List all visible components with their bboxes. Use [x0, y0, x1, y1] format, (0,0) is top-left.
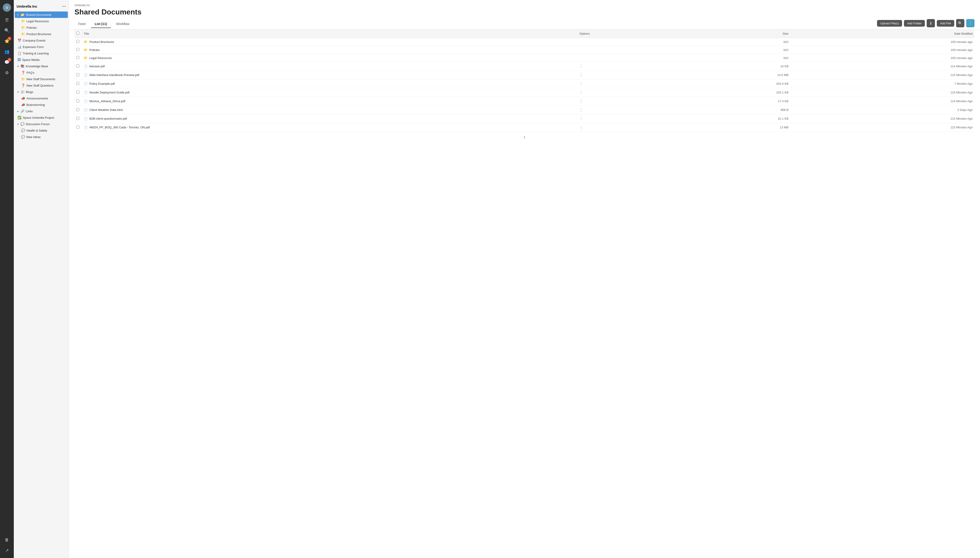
- row-checkbox[interactable]: [76, 126, 79, 129]
- trash-button[interactable]: 🗑: [2, 535, 12, 545]
- row-checkbox[interactable]: [76, 82, 79, 85]
- options-dots-button[interactable]: ⋮: [580, 125, 583, 129]
- more-options-button[interactable]: ⋮: [966, 19, 975, 27]
- size-column-header: Size: [677, 30, 791, 38]
- search-button[interactable]: 🔍: [2, 26, 12, 35]
- folder-icon: 📁: [84, 48, 87, 52]
- favorites-button[interactable]: ⭐ 0: [2, 36, 12, 46]
- sidebar-item-links[interactable]: ▸ 🔗 Links: [15, 108, 68, 114]
- file-name-cell[interactable]: 📄Policy Example.pdf: [82, 79, 578, 88]
- options-dots-button[interactable]: ⋮: [580, 82, 583, 85]
- options-dots-button[interactable]: ⋮: [580, 117, 583, 121]
- file-name-cell[interactable]: 📁Legal Resources: [82, 54, 578, 62]
- chevron-right-icon: ▸: [18, 110, 19, 113]
- ideas-icon: 💬: [21, 135, 25, 139]
- sidebar-item-label: Links: [26, 110, 33, 113]
- sidebar-item-announcements[interactable]: 📣 Announcements: [15, 95, 68, 102]
- sidebar-item-expenses-form[interactable]: 📊 Expenses Form: [15, 44, 68, 50]
- row-checkbox[interactable]: [76, 117, 79, 120]
- sidebar-item-health-safety[interactable]: 💬 Health & Safety: [15, 127, 68, 134]
- file-name-text: Monica_Adriana_Dinca.pdf: [89, 99, 125, 103]
- sidebar-item-space-umbrella-project[interactable]: ✅ Space Umbrella Project: [15, 114, 68, 121]
- file-name-cell[interactable]: 📄46024_FP_BOQ_360 Cada - Toronto, ON.pdf: [82, 123, 578, 132]
- tab-feed[interactable]: Feed: [74, 20, 89, 28]
- options-dots-button[interactable]: ⋮: [580, 73, 583, 77]
- sidebar-item-brainstorming[interactable]: 📣 Brainstorming: [15, 102, 68, 108]
- file-name-cell[interactable]: 📄beicase.pdf: [82, 62, 578, 71]
- file-name-cell[interactable]: 📄Monica_Adriana_Dinca.pdf: [82, 97, 578, 106]
- comments-button[interactable]: 💬 0: [2, 57, 12, 67]
- info-button[interactable]: ℹ: [927, 19, 935, 27]
- sidebar-item-product-brochures[interactable]: 📁 Product Brochures: [15, 31, 68, 37]
- file-name-cell[interactable]: 📄Client Weather Data.html: [82, 106, 578, 114]
- sidebar-item-label: New Staff Documents: [26, 77, 55, 81]
- file-name-cell[interactable]: 📁Policies: [82, 46, 578, 54]
- pagination: 1: [74, 132, 975, 143]
- tab-workflow[interactable]: Workflow: [113, 20, 133, 28]
- row-checkbox[interactable]: [76, 64, 79, 67]
- row-checkbox[interactable]: [76, 91, 79, 94]
- sidebar-item-legal-resources[interactable]: 📁 Legal Resources: [15, 18, 68, 25]
- row-checkbox-cell: [74, 88, 82, 97]
- file-name-cell[interactable]: 📄Web-Interface-Handbook-Preview.pdf: [82, 71, 578, 79]
- file-table: Title Options Size Date Modified 📁Produc…: [74, 30, 975, 132]
- sidebar-item-shared-documents[interactable]: ▾ 📁 Shared Documents: [15, 11, 68, 18]
- sidebar-item-new-ideas[interactable]: 💬 New Ideas: [15, 134, 68, 140]
- row-checkbox[interactable]: [76, 40, 79, 43]
- sidebar-item-label: Knowledge Base: [26, 64, 48, 68]
- options-cell: ⋮: [578, 106, 677, 114]
- sidebar-item-new-staff-documents[interactable]: 📁 New Staff Documents: [15, 76, 68, 82]
- table-row: 📄B2B-client-questionnaire.pdf⋮31.1 KB115…: [74, 114, 975, 123]
- add-file-button[interactable]: Add File: [937, 20, 954, 27]
- sidebar-item-policies[interactable]: 📁 Policies: [15, 25, 68, 31]
- search-toolbar-button[interactable]: 🔍: [956, 19, 964, 27]
- media-icon: 🖼: [18, 58, 21, 62]
- sidebar-item-knowledge-base[interactable]: ▾ 📚 Knowledge Base: [15, 63, 68, 69]
- select-all-header[interactable]: [74, 30, 82, 38]
- options-dots-button[interactable]: ⋮: [580, 108, 583, 112]
- sidebar-item-training-learning[interactable]: 📋 Training & Learning: [15, 50, 68, 56]
- file-date-cell: 115 Minutes Ago: [791, 114, 975, 123]
- row-checkbox[interactable]: [76, 73, 79, 76]
- table-row: 📄Client Weather Data.html⋮808 B2 Days Ag…: [74, 106, 975, 114]
- file-name-cell[interactable]: 📄Noodle Deployment Guide.pdf: [82, 88, 578, 97]
- people-icon: 👥: [4, 49, 10, 54]
- logout-button[interactable]: ↗: [2, 546, 12, 555]
- upload-files-button[interactable]: Upload File(s): [877, 20, 902, 27]
- sidebar-item-discussion-forum[interactable]: ▾ 💬 Discussion Forum: [15, 121, 68, 127]
- sidebar-item-company-events[interactable]: 📅 Company Events: [15, 37, 68, 44]
- people-button[interactable]: 👥: [2, 47, 12, 56]
- avatar[interactable]: U: [2, 3, 12, 12]
- tab-list[interactable]: List (11): [91, 20, 111, 28]
- file-date-cell: 109 minutes ago: [791, 38, 975, 46]
- options-dots-button[interactable]: ⋮: [580, 64, 583, 68]
- add-folder-button[interactable]: Add Folder: [904, 20, 925, 27]
- search-icon: 🔍: [4, 28, 10, 33]
- file-name-cell[interactable]: 📁Product Brochures: [82, 38, 578, 46]
- file-size-cell: 105.1 KB: [677, 88, 791, 97]
- chevron-down-icon: ▾: [18, 65, 19, 67]
- sidebar-more-options[interactable]: ⋯: [62, 4, 66, 9]
- options-cell: ⋮: [578, 71, 677, 79]
- sidebar-item-faqs[interactable]: ❓ FAQ's: [15, 69, 68, 76]
- forum-icon: 💬: [20, 122, 25, 126]
- folder-icon: 📁: [21, 26, 25, 30]
- sidebar-item-new-staff-questions[interactable]: ❓ New Staff Questions: [15, 82, 68, 89]
- faq-icon: ❓: [21, 84, 25, 87]
- sidebar-item-blogs[interactable]: ▾ 📰 Blogs: [15, 89, 68, 95]
- row-checkbox-cell: [74, 79, 82, 88]
- sidebar-item-space-media[interactable]: 🖼 Space Media: [15, 56, 68, 63]
- sidebar-item-label: Space Umbrella Project: [23, 116, 54, 120]
- row-checkbox[interactable]: [76, 48, 79, 51]
- row-checkbox[interactable]: [76, 56, 79, 59]
- file-name-cell[interactable]: 📄B2B-client-questionnaire.pdf: [82, 114, 578, 123]
- row-checkbox[interactable]: [76, 108, 79, 111]
- options-dots-button[interactable]: ⋮: [580, 99, 583, 103]
- hamburger-menu-button[interactable]: ☰: [2, 15, 12, 25]
- options-dots-button[interactable]: ⋮: [580, 90, 583, 94]
- row-checkbox[interactable]: [76, 99, 79, 102]
- settings-button[interactable]: ⚙: [2, 68, 12, 78]
- select-all-checkbox[interactable]: [76, 32, 79, 34]
- table-header-row: Title Options Size Date Modified: [74, 30, 975, 38]
- kb-icon: 📚: [20, 64, 25, 68]
